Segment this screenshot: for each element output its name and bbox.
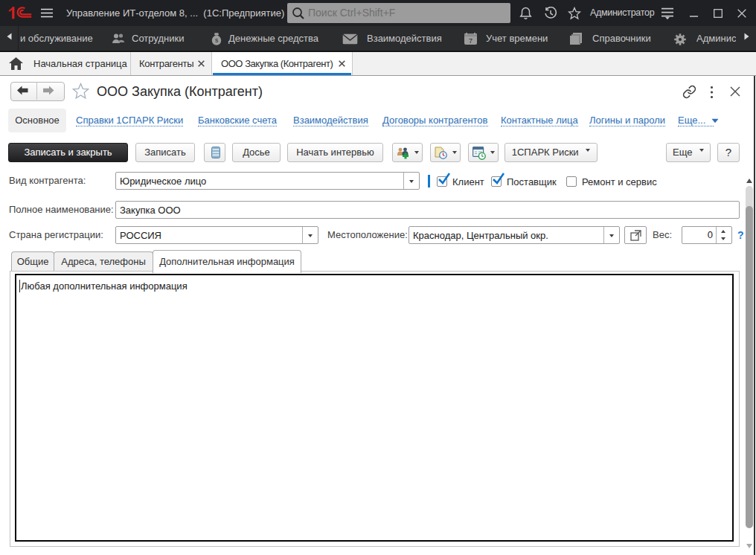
svg-text:7: 7 <box>469 37 472 45</box>
svg-text:s: s <box>215 36 218 44</box>
